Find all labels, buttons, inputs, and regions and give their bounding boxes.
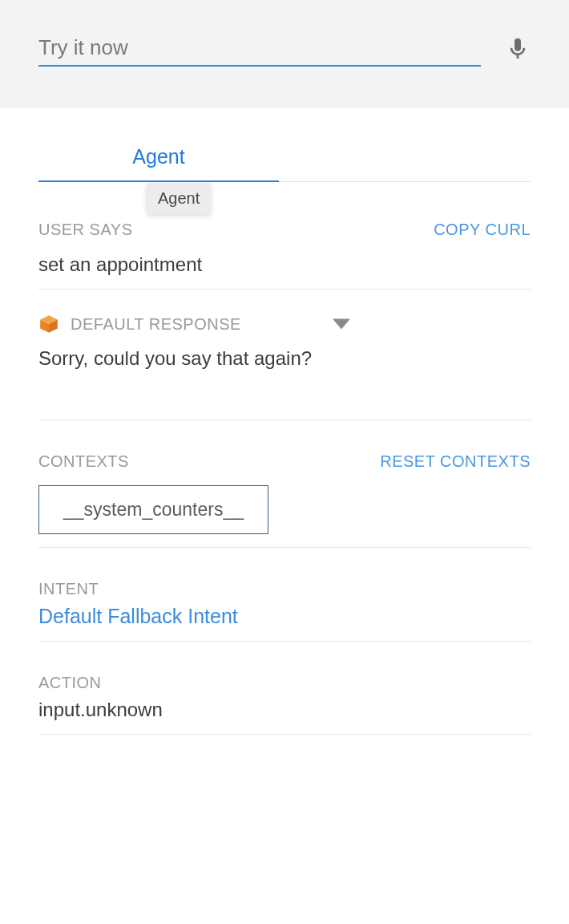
action-section: ACTION input.unknown [38, 642, 531, 735]
user-says-section: USER SAYS COPY CURL set an appointment [38, 182, 531, 290]
response-label: DEFAULT RESPONSE [71, 315, 321, 334]
action-value: input.unknown [38, 692, 531, 734]
tab-underline [38, 180, 279, 182]
contexts-section: CONTEXTS RESET CONTEXTS __system_counter… [38, 420, 531, 548]
response-text: Sorry, could you say that again? [38, 346, 531, 419]
reset-contexts-link[interactable]: RESET CONTEXTS [380, 452, 531, 471]
action-label: ACTION [38, 674, 102, 691]
context-chip[interactable]: __system_counters__ [38, 485, 268, 534]
user-says-value: set an appointment [38, 247, 531, 289]
tooltip: Agent [147, 183, 211, 214]
tab-agent[interactable]: Agent [38, 136, 279, 181]
contexts-label: CONTEXTS [38, 452, 129, 471]
microphone-icon[interactable] [505, 32, 531, 66]
svg-marker-3 [333, 319, 350, 330]
intent-label: INTENT [38, 580, 99, 598]
tabs-region: Agent Agent [38, 136, 531, 182]
tab-label: Agent [132, 145, 184, 168]
user-says-label: USER SAYS [38, 221, 133, 239]
intent-section: INTENT Default Fallback Intent [38, 548, 531, 642]
cube-icon [38, 314, 59, 334]
response-header: DEFAULT RESPONSE [38, 314, 531, 334]
copy-curl-link[interactable]: COPY CURL [434, 221, 531, 239]
top-bar [0, 0, 569, 107]
search-input[interactable] [38, 30, 481, 67]
content-region: Agent Agent USER SAYS COPY CURL set an a… [0, 136, 569, 767]
intent-link[interactable]: Default Fallback Intent [38, 598, 531, 641]
search-wrap [38, 30, 481, 67]
chevron-down-icon[interactable] [333, 318, 350, 330]
